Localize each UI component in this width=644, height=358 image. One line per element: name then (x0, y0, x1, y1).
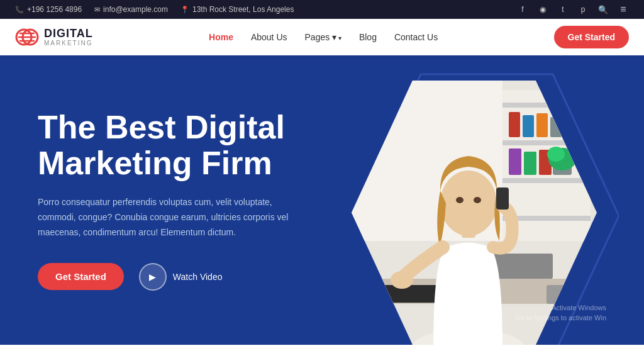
nav-blog[interactable]: Blog (359, 32, 377, 42)
logo-icon (15, 25, 39, 49)
top-bar-left: 📞 +196 1256 4896 ✉ info@example.com 📍 13… (15, 5, 294, 14)
svg-rect-9 (502, 103, 591, 108)
pinterest-icon[interactable]: p (577, 4, 589, 15)
activate-windows-watermark: Activate Windows Go to Settings to activ… (515, 303, 606, 323)
svg-rect-27 (547, 285, 584, 304)
svg-point-22 (547, 147, 565, 162)
social-icons: f ◉ t p 🔍 ≡ (517, 4, 629, 15)
watch-video-button[interactable]: ▶ Watch Video (139, 263, 223, 291)
activate-line2: Go to Settings to activate Win (515, 313, 606, 323)
svg-point-30 (440, 171, 497, 236)
navigation: DIGITAL MARKETING Home About Us Pages ▾ … (0, 19, 644, 55)
svg-point-32 (474, 197, 481, 203)
svg-rect-18 (524, 152, 536, 175)
nav-pages[interactable]: Pages ▾ (305, 32, 341, 42)
svg-point-34 (391, 271, 413, 289)
hero-title-line2: Marketing Firm (38, 145, 272, 181)
nav-about[interactable]: About Us (251, 32, 287, 42)
top-bar: 📞 +196 1256 4896 ✉ info@example.com 📍 13… (0, 0, 644, 19)
email-address: info@example.com (103, 5, 168, 14)
activate-line1: Activate Windows (515, 303, 606, 313)
location-icon: 📍 (180, 6, 189, 14)
instagram-icon[interactable]: ◉ (537, 4, 548, 15)
hero-content: The Best Digital Marketing Firm Porro co… (0, 72, 327, 328)
hero-image-area: Activate Windows Go to Settings to activ… (348, 65, 619, 335)
hero-description: Porro consequatur perferendis voluptas c… (38, 195, 289, 240)
svg-rect-11 (502, 178, 591, 183)
phone-item: 📞 +196 1256 4896 (15, 5, 82, 14)
phone-number: +196 1256 4896 (27, 5, 82, 14)
twitter-icon[interactable]: t (557, 4, 569, 15)
hero-section: The Best Digital Marketing Firm Porro co… (0, 55, 644, 345)
hero-cta-button[interactable]: Get Started (38, 263, 124, 290)
phone-icon: 📞 (15, 6, 24, 14)
nav-home[interactable]: Home (209, 32, 233, 42)
svg-point-31 (456, 197, 464, 203)
svg-rect-17 (509, 148, 521, 175)
svg-rect-33 (496, 187, 509, 210)
watch-video-label: Watch Video (173, 272, 223, 282)
nav-cta-button[interactable]: Get Started (554, 26, 629, 48)
hero-actions: Get Started ▶ Watch Video (38, 263, 289, 291)
email-icon: ✉ (94, 6, 100, 14)
svg-rect-14 (523, 115, 534, 137)
hamburger-icon[interactable]: ≡ (618, 4, 629, 15)
svg-rect-16 (550, 117, 562, 137)
email-item: ✉ info@example.com (94, 5, 168, 14)
search-icon[interactable]: 🔍 (597, 4, 609, 15)
logo: DIGITAL MARKETING (15, 25, 93, 49)
hero-title: The Best Digital Marketing Firm (38, 109, 289, 181)
brand-sub: MARKETING (44, 40, 93, 47)
hero-title-line1: The Best Digital (38, 109, 285, 145)
play-icon: ▶ (139, 263, 167, 291)
address-text: 13th Rock Street, Los Angeles (192, 5, 294, 14)
svg-rect-10 (502, 140, 591, 145)
logo-text: DIGITAL MARKETING (44, 28, 93, 47)
svg-rect-15 (536, 113, 548, 137)
facebook-icon[interactable]: f (517, 4, 528, 15)
svg-rect-13 (509, 112, 520, 137)
nav-contact[interactable]: Contact Us (394, 32, 438, 42)
nav-links: Home About Us Pages ▾ Blog Contact Us (209, 32, 438, 42)
brand-name: DIGITAL (44, 28, 93, 40)
address-item: 📍 13th Rock Street, Los Angeles (180, 5, 294, 14)
